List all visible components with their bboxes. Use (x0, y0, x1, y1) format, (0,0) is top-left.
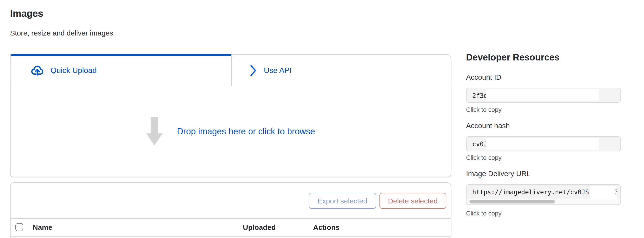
url-horizontal-scrollbar (467, 199, 620, 204)
select-all-checkbox[interactable] (16, 223, 23, 231)
column-header-actions: Actions (313, 223, 340, 231)
image-delivery-url-clipped-char: 3 (615, 189, 616, 197)
tab-use-api[interactable]: Use API (231, 54, 451, 86)
chevron-right-icon (250, 65, 256, 76)
dropzone-label: Drop images here or click to browse (177, 126, 315, 136)
account-hash-copy-hint: Click to copy (466, 154, 502, 161)
developer-resources-title: Developer Resources (466, 52, 560, 63)
account-hash-label: Account hash (466, 121, 510, 129)
table-header-row: Name Uploaded Actions (10, 219, 451, 237)
export-selected-button[interactable]: Export selected (309, 193, 376, 209)
account-id-copy-hint: Click to copy (466, 106, 502, 113)
account-hash-value: cv0J (472, 141, 488, 148)
image-dropzone[interactable]: Drop images here or click to browse (10, 86, 451, 177)
redaction-overlay (590, 186, 616, 200)
page-subtitle: Store, resize and deliver images (10, 29, 113, 37)
tab-quick-upload-label: Quick Upload (50, 66, 97, 75)
tab-use-api-label: Use API (264, 66, 292, 75)
page-title: Images (10, 8, 43, 19)
drop-arrow-icon (146, 117, 162, 146)
redaction-overlay (486, 138, 599, 150)
image-delivery-url-value: https://imagedelivery.net/cv0JS (472, 189, 589, 196)
upload-tabs: Quick Upload Use API (10, 54, 451, 86)
url-scrollbar-thumb[interactable] (470, 200, 555, 203)
image-delivery-url-label: Image Delivery URL (466, 169, 530, 178)
cloud-upload-icon (31, 65, 44, 76)
account-id-copy-field[interactable]: 2f3d (466, 88, 621, 103)
account-id-value: 2f3d (472, 92, 488, 99)
column-header-name: Name (33, 223, 52, 231)
image-delivery-url-copy-hint: Click to copy (466, 210, 502, 217)
image-delivery-url-copy-field[interactable]: https://imagedelivery.net/cv0JS 3 (466, 184, 621, 205)
redaction-overlay (486, 89, 599, 101)
account-id-label: Account ID (466, 73, 502, 81)
table-toolbar: Export selected Delete selected (10, 183, 451, 219)
account-hash-copy-field[interactable]: cv0J (466, 136, 621, 151)
column-header-uploaded: Uploaded (243, 223, 276, 231)
images-table-card: Export selected Delete selected Name Upl… (10, 182, 451, 238)
tab-quick-upload[interactable]: Quick Upload (10, 54, 231, 86)
delete-selected-button[interactable]: Delete selected (379, 193, 446, 209)
images-page: Images Store, resize and deliver images … (0, 0, 644, 238)
